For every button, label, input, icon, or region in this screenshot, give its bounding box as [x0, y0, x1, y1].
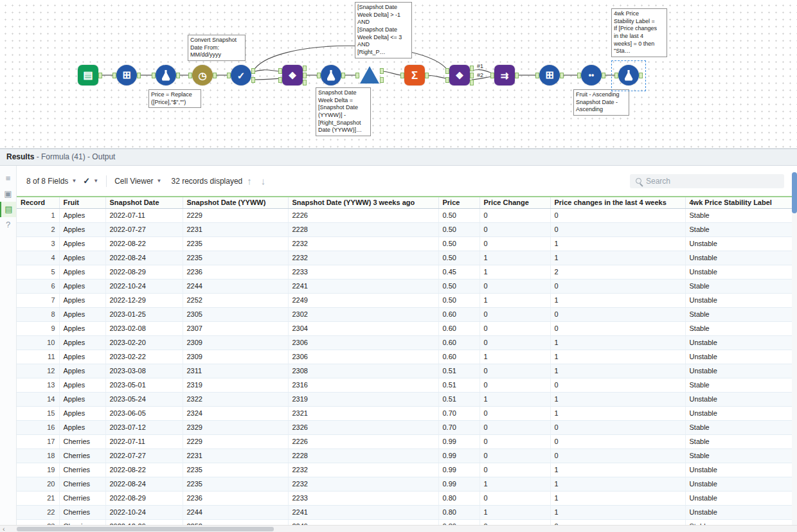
connection-anchor[interactable]	[98, 73, 102, 78]
table-cell[interactable]: Stable	[685, 223, 792, 237]
table-row[interactable]: 5Apples2022-08-29223622330.4512Unstable	[17, 265, 792, 279]
connection-anchor[interactable]	[425, 73, 429, 78]
connection-anchor[interactable]	[515, 73, 519, 78]
column-header[interactable]: Price Change	[479, 197, 550, 209]
table-cell[interactable]: 2022-08-29	[105, 492, 183, 506]
table-cell[interactable]: 1	[550, 506, 685, 520]
table-cell[interactable]: 0	[479, 308, 550, 322]
table-cell[interactable]: 2244	[183, 506, 288, 520]
table-cell[interactable]: Apples	[59, 294, 105, 308]
join-tool-1[interactable]: ❖	[281, 64, 304, 87]
table-cell[interactable]: 2022-12-29	[105, 294, 183, 308]
table-cell[interactable]: Cherries	[59, 492, 105, 506]
select-tool-2[interactable]: ⊞	[538, 64, 561, 87]
table-cell[interactable]: 0.50	[438, 223, 479, 237]
table-cell[interactable]: 2228	[288, 449, 438, 463]
table-cell[interactable]: 0	[479, 223, 550, 237]
table-cell[interactable]: 1	[550, 251, 685, 265]
results-config-icon[interactable]: ≡	[0, 171, 16, 186]
table-cell[interactable]: 1	[479, 265, 550, 279]
table-cell[interactable]: 2308	[288, 364, 438, 378]
table-cell[interactable]: 2231	[183, 223, 288, 237]
unique-tool[interactable]: ✓	[229, 64, 253, 87]
table-cell[interactable]: Cherries	[59, 477, 105, 492]
table-cell[interactable]: Apples	[59, 209, 105, 223]
table-cell[interactable]: 2235	[183, 477, 288, 492]
table-cell[interactable]: 2023-02-08	[105, 322, 183, 336]
table-cell[interactable]: Apples	[59, 336, 105, 350]
table-cell[interactable]: Apples	[59, 350, 105, 364]
table-cell[interactable]: 2023-07-12	[105, 421, 183, 435]
table-cell[interactable]: 2306	[288, 350, 438, 364]
filter-tool[interactable]	[358, 64, 381, 87]
scroll-left-icon[interactable]: ‹	[0, 526, 8, 532]
table-cell[interactable]: Apples	[59, 378, 105, 393]
connection-anchor[interactable]	[176, 73, 180, 78]
table-cell[interactable]: Apples	[59, 308, 105, 322]
table-cell[interactable]: 8	[17, 308, 59, 322]
table-cell[interactable]: Unstable	[685, 336, 792, 350]
table-cell[interactable]: 1	[479, 506, 550, 520]
table-cell[interactable]: 1	[550, 492, 685, 506]
column-header[interactable]: Snapshot Date (YYWW) 3 weeks ago	[288, 197, 438, 209]
connection-anchor[interactable]	[278, 68, 282, 74]
table-cell[interactable]: Apples	[59, 322, 105, 336]
table-cell[interactable]: 0	[550, 223, 685, 237]
table-cell[interactable]: 5	[17, 265, 59, 279]
annotation-datetime[interactable]: Convert Snapshot Date From: MM/dd/yyyy	[188, 35, 246, 61]
table-cell[interactable]: 2023-02-22	[105, 350, 183, 364]
connection-anchor[interactable]	[400, 73, 404, 78]
table-cell[interactable]: 2241	[288, 506, 438, 520]
table-cell[interactable]: 1	[479, 350, 550, 364]
annotation-sort[interactable]: Fruit - Ascending Snapshot Date - Ascend…	[573, 89, 629, 116]
table-cell[interactable]: 0.50	[438, 209, 479, 223]
table-cell[interactable]: Apples	[59, 223, 105, 237]
table-cell[interactable]: Unstable	[685, 506, 792, 520]
table-cell[interactable]: 2249	[288, 294, 438, 308]
formula-tool-price[interactable]	[154, 64, 177, 87]
table-cell[interactable]: 2022-08-29	[105, 265, 183, 279]
table-cell[interactable]: 2022-07-11	[105, 435, 183, 449]
table-cell[interactable]: 1	[550, 364, 685, 378]
table-cell[interactable]: 0.51	[438, 378, 479, 393]
table-row[interactable]: 20Cherries2022-08-24223522320.9911Unstab…	[17, 477, 792, 492]
table-cell[interactable]: Cherries	[59, 435, 105, 449]
table-cell[interactable]: 2023-06-05	[105, 407, 183, 421]
table-cell[interactable]: Stable	[685, 449, 792, 463]
table-cell[interactable]: Stable	[685, 421, 792, 435]
table-row[interactable]: 15Apples2023-06-05232423210.7001Unstable	[17, 407, 792, 421]
table-cell[interactable]: 0	[550, 308, 685, 322]
datetime-tool[interactable]: ◷	[191, 64, 214, 87]
connection-anchor[interactable]	[341, 73, 345, 78]
join-tool-2[interactable]: ❖	[448, 64, 471, 87]
table-row[interactable]: 12Apples2023-03-08231123080.5101Unstable	[17, 364, 792, 378]
table-cell[interactable]: 2023-05-01	[105, 378, 183, 393]
table-cell[interactable]: 1	[479, 393, 550, 407]
table-row[interactable]: 1Apples2022-07-11222922260.5000Stable	[17, 209, 792, 223]
table-cell[interactable]: 0	[479, 463, 550, 477]
table-cell[interactable]: 0	[479, 336, 550, 350]
cell-viewer-dropdown[interactable]: Cell Viewer ▼	[111, 174, 165, 188]
table-cell[interactable]: Cherries	[59, 506, 105, 520]
column-header[interactable]: Price	[438, 197, 479, 209]
table-cell[interactable]: Unstable	[685, 407, 792, 421]
table-cell[interactable]: Unstable	[685, 477, 792, 492]
table-cell[interactable]: 2022-08-22	[105, 237, 183, 251]
table-cell[interactable]: 2229	[183, 435, 288, 449]
table-cell[interactable]: Cherries	[59, 463, 105, 477]
table-row[interactable]: 11Apples2023-02-22230923060.6011Unstable	[17, 350, 792, 364]
connection-anchor[interactable]	[152, 73, 156, 78]
table-cell[interactable]: 2311	[183, 364, 288, 378]
table-row[interactable]: 21Cherries2022-08-29223622330.8001Unstab…	[17, 492, 792, 506]
table-row[interactable]: 6Apples2022-10-24224422410.5000Stable	[17, 279, 792, 294]
table-cell[interactable]: 19	[17, 463, 59, 477]
table-cell[interactable]: 2226	[288, 435, 438, 449]
formula-tool-week-delta[interactable]	[319, 64, 343, 87]
table-cell[interactable]: 2022-10-24	[105, 506, 183, 520]
column-header[interactable]: Price changes in the last 4 weeks	[550, 197, 685, 209]
table-cell[interactable]: 2	[550, 265, 685, 279]
table-cell[interactable]: Unstable	[685, 393, 792, 407]
table-cell[interactable]: 1	[17, 209, 59, 223]
table-cell[interactable]: 2023-05-24	[105, 393, 183, 407]
connection-anchor[interactable]	[355, 73, 359, 78]
